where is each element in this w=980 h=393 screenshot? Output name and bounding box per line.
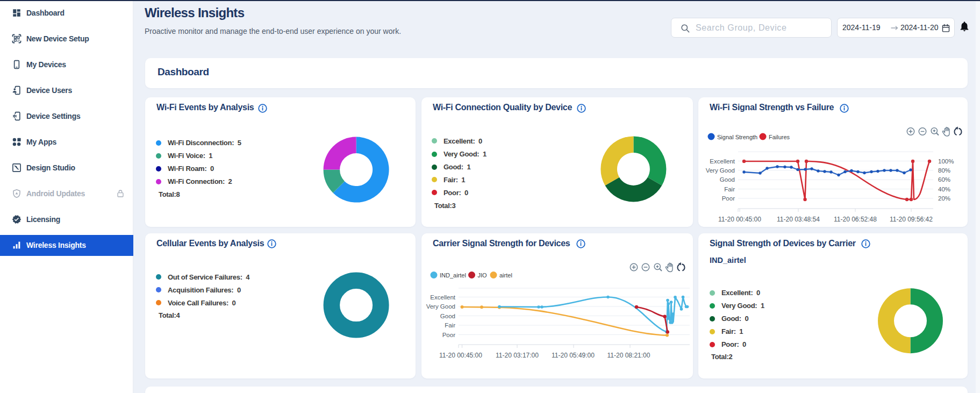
svg-text:11-20 06:52:48: 11-20 06:52:48 bbox=[834, 216, 877, 223]
svg-text:20%: 20% bbox=[938, 195, 950, 202]
svg-text:11-20 08:21:00: 11-20 08:21:00 bbox=[607, 352, 650, 359]
svg-text:60%: 60% bbox=[938, 176, 950, 183]
svg-text:11-20 00:45:00: 11-20 00:45:00 bbox=[439, 352, 482, 359]
svg-text:11-20 03:48:54: 11-20 03:48:54 bbox=[777, 216, 820, 223]
svg-text:Excellent: Excellent bbox=[430, 294, 455, 301]
svg-text:Very Good: Very Good bbox=[706, 167, 735, 174]
svg-text:Fair: Fair bbox=[724, 186, 735, 192]
svg-text:Signal Strength: Signal Strength bbox=[717, 134, 757, 140]
svg-text:11-20 00:45:00: 11-20 00:45:00 bbox=[718, 216, 761, 223]
svg-text:airtel: airtel bbox=[499, 272, 512, 278]
svg-text:80%: 80% bbox=[938, 167, 950, 174]
svg-text:Very Good: Very Good bbox=[426, 303, 455, 310]
svg-text:11-20 09:56:42: 11-20 09:56:42 bbox=[890, 216, 933, 223]
svg-text:Poor: Poor bbox=[722, 195, 735, 202]
svg-text:Fair: Fair bbox=[445, 322, 455, 328]
svg-text:11-20 03:17:00: 11-20 03:17:00 bbox=[496, 352, 539, 359]
svg-text:100%: 100% bbox=[938, 158, 954, 165]
svg-text:Poor: Poor bbox=[442, 332, 455, 338]
svg-text:JIO: JIO bbox=[478, 272, 488, 278]
svg-text:IND_airtel: IND_airtel bbox=[440, 272, 466, 278]
svg-text:11-20 05:49:00: 11-20 05:49:00 bbox=[552, 352, 595, 359]
svg-text:Failures: Failures bbox=[769, 134, 790, 140]
svg-text:Good: Good bbox=[440, 313, 455, 319]
svg-text:40%: 40% bbox=[938, 186, 950, 192]
svg-text:Excellent: Excellent bbox=[710, 158, 735, 165]
svg-text:Good: Good bbox=[720, 176, 735, 183]
